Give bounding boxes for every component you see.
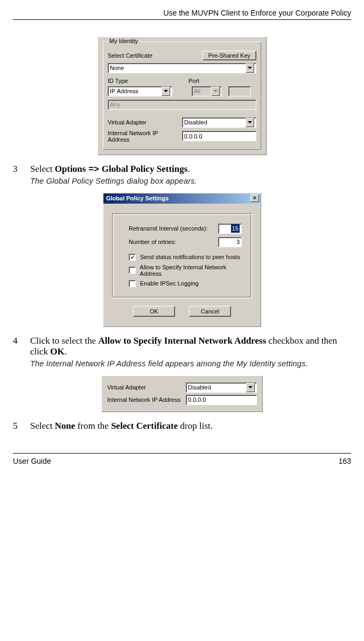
- text: Select: [30, 421, 55, 431]
- select-certificate-value: None: [110, 64, 124, 72]
- id-type-dropdown[interactable]: IP Address: [108, 86, 172, 96]
- dialog-title: Global Policy Settings: [106, 195, 169, 201]
- internal-ip-value: 0.0.0.0: [184, 132, 202, 141]
- id-type-value: IP Address: [110, 87, 138, 95]
- port-label: Port: [188, 78, 199, 84]
- step-4: 4 Click to select the Allow to Specify I…: [13, 336, 351, 357]
- footer-left: User Guide: [13, 457, 51, 465]
- virtual-adapter-dropdown[interactable]: Disabled: [186, 382, 257, 393]
- retries-value: 3: [236, 238, 240, 246]
- virtual-adapter-value: Disabled: [184, 118, 207, 127]
- checkbox-icon: [129, 280, 136, 287]
- preshared-key-button[interactable]: Pre-Shared Key: [202, 51, 256, 60]
- page-header: Use the MUVPN Client to Enforce your Cor…: [13, 9, 351, 17]
- internal-ip-label: Internal Network IP Address: [108, 130, 179, 143]
- step-number: 5: [13, 421, 30, 431]
- select-certificate-label: Select Certificate: [108, 52, 152, 59]
- retries-input[interactable]: 3: [218, 237, 242, 247]
- virtual-adapter-label: Virtual Adapter: [107, 384, 183, 391]
- checkbox-send-status[interactable]: ✓ Send status notifications to peer host…: [129, 254, 245, 261]
- dialog-titlebar: Global Policy Settings ×: [103, 193, 261, 204]
- id-type-label: ID Type: [108, 78, 172, 84]
- chevron-down-icon[interactable]: [162, 87, 170, 96]
- checkbox-icon: [129, 267, 136, 274]
- port-value: All: [194, 87, 200, 95]
- internal-ip-value: 0.0.0.0: [188, 395, 206, 404]
- internal-ip-label: Internal Network IP Address: [107, 396, 183, 403]
- select-certificate-dropdown[interactable]: None: [108, 63, 256, 73]
- checkbox-allow-internal-address[interactable]: Allow to Specify Internal Network Addres…: [129, 264, 245, 277]
- groupbox-legend: My Identity: [108, 38, 139, 44]
- page-number: 163: [339, 457, 351, 465]
- identity-fragment-panel: Virtual Adapter Disabled Internal Networ…: [101, 375, 263, 412]
- step-number: 3: [13, 164, 30, 175]
- chevron-down-icon[interactable]: [246, 64, 254, 73]
- cancel-button[interactable]: Cancel: [189, 306, 231, 317]
- text: .: [187, 164, 190, 174]
- text: .: [65, 346, 67, 357]
- text-bold: OK: [50, 346, 64, 357]
- footer-rule: [13, 453, 351, 454]
- ok-button[interactable]: OK: [133, 306, 175, 317]
- my-identity-panel: My Identity Select Certificate Pre-Share…: [97, 36, 267, 155]
- port-dropdown: All: [192, 86, 222, 96]
- internal-ip-input[interactable]: 0.0.0.0: [182, 131, 256, 141]
- text-bold: Allow to Specify Internal Network Addres…: [99, 336, 267, 346]
- text-bold: Options: [55, 164, 86, 174]
- retries-label: Number of retries:: [129, 239, 176, 245]
- any-label: Any: [110, 100, 120, 109]
- port-extra-field: [228, 86, 251, 96]
- chevron-down-icon[interactable]: [246, 383, 255, 392]
- checkbox-icon: ✓: [129, 254, 136, 261]
- virtual-adapter-value: Disabled: [188, 383, 211, 392]
- virtual-adapter-label: Virtual Adapter: [108, 119, 179, 126]
- global-policy-settings-dialog: Global Policy Settings × Retransmit Inte…: [103, 193, 261, 327]
- step-5: 5 Select None from the Select Certificat…: [13, 421, 351, 431]
- any-field: Any: [108, 100, 256, 110]
- text: Select: [30, 164, 55, 174]
- text-bold: Global Policy Settings: [102, 164, 188, 174]
- page-footer: User Guide 163: [13, 457, 351, 465]
- step-4-result: The Internal Network IP Address field ap…: [30, 359, 351, 368]
- chevron-down-icon: [211, 87, 220, 96]
- chevron-down-icon[interactable]: [246, 118, 254, 127]
- close-icon[interactable]: ×: [250, 194, 259, 202]
- retransmit-value: 15: [231, 224, 240, 233]
- header-rule: [13, 19, 351, 20]
- retransmit-input[interactable]: 15: [218, 224, 242, 234]
- checkbox-enable-ipsec-logging[interactable]: Enable IPSec Logging: [129, 280, 245, 287]
- text-bold: None: [55, 421, 75, 431]
- checkbox-label: Allow to Specify Internal Network Addres…: [140, 264, 245, 277]
- step-3: 3 Select Options => Global Policy Settin…: [13, 164, 351, 175]
- step-3-result: The Global Policy Settings dialog box ap…: [30, 177, 351, 185]
- text: from the: [75, 421, 111, 431]
- text: Click to select the: [30, 336, 99, 346]
- text: drop list.: [178, 421, 213, 431]
- internal-ip-input[interactable]: 0.0.0.0: [186, 395, 257, 405]
- text-bold: Select Certificate: [111, 421, 178, 431]
- checkbox-label: Send status notifications to peer hosts: [140, 254, 240, 260]
- virtual-adapter-dropdown[interactable]: Disabled: [182, 117, 256, 128]
- arrow-icon: =>: [86, 164, 101, 174]
- checkbox-label: Enable IPSec Logging: [140, 280, 199, 287]
- step-number: 4: [13, 336, 30, 357]
- retransmit-label: Retransmit Interval (seconds):: [129, 225, 208, 232]
